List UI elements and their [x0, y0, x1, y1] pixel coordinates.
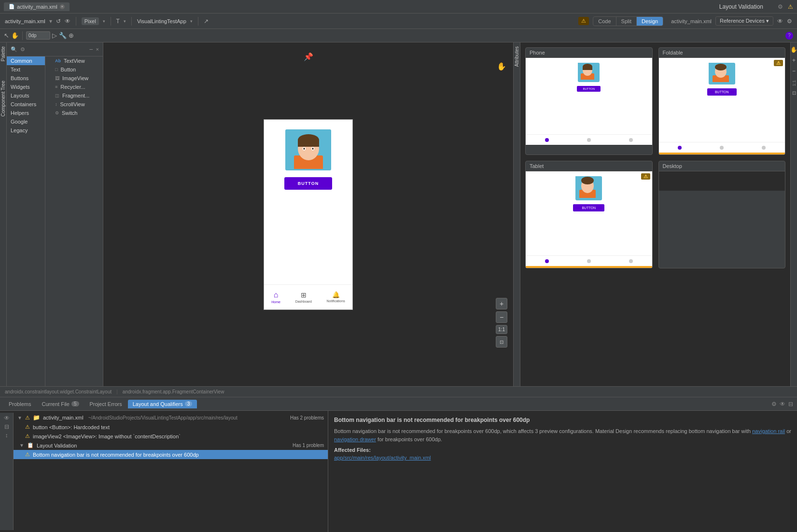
file-name-label[interactable]: activity_main.xml: [5, 18, 45, 24]
palette-item-imageview[interactable]: 🖼 ImageView: [45, 74, 103, 83]
device-card-tablet: Tablet ⚠ BUTTON: [525, 161, 653, 268]
foldable-border: [659, 153, 785, 154]
home-icon: ⌂: [274, 291, 279, 299]
warning-badge: ⚠: [788, 3, 793, 10]
affected-file-link[interactable]: app/src/main/res/layout/activity_main.xm…: [334, 455, 791, 461]
canvas-toolbar: ↖ ✋ ▷ 🔧 ⊕ ?: [0, 29, 797, 42]
navigation-rail-link[interactable]: navigation rail: [752, 428, 785, 434]
category-layouts[interactable]: Layouts: [7, 91, 45, 100]
pan-mode-btn[interactable]: ✋: [11, 32, 19, 39]
recyclerview-icon: ≡: [55, 84, 57, 89]
device-selector[interactable]: Pixel: [82, 17, 99, 25]
select-mode-btn[interactable]: ↖: [4, 32, 9, 39]
app-selector[interactable]: VisualLintingTestApp: [137, 18, 186, 24]
palette-close-icon[interactable]: ×: [96, 46, 99, 52]
offset-input[interactable]: [26, 31, 50, 40]
ref-devices-area: Phone BUTTON: [520, 42, 790, 386]
palette-vertical-tab[interactable]: Palette: [0, 46, 6, 61]
issue-section-lv[interactable]: ▼ 📋 Layout Validation Has 1 problem: [14, 441, 328, 450]
palette-item-switch[interactable]: ⚙ Switch: [45, 109, 103, 117]
file-tab[interactable]: 📄 activity_main.xml ×: [4, 2, 70, 11]
palette-item-textview[interactable]: Ab TextView: [45, 56, 103, 65]
rhs-fit-icon[interactable]: ⊡: [792, 90, 796, 96]
layout-validation-panel: Phone BUTTON: [520, 42, 790, 386]
tab-layout-qualifiers[interactable]: Layout and Qualifiers 3: [128, 400, 197, 408]
detail-panel: Bottom navigation bar is not recommended…: [328, 411, 797, 532]
close-tab-button[interactable]: ×: [60, 4, 65, 9]
issue-file-row[interactable]: ▼ ⚠ 📁 activity_main.xml ~/AndroidStudioP…: [14, 413, 328, 422]
palette-search-icon[interactable]: 🔍: [11, 46, 17, 53]
category-text[interactable]: Text: [7, 65, 45, 74]
settings-icon[interactable]: ⚙: [778, 3, 783, 10]
tab-code[interactable]: Code: [593, 17, 616, 26]
eye-ref-icon[interactable]: 👁: [777, 18, 783, 25]
toolbar-btn-refresh[interactable]: ↺: [56, 18, 61, 25]
viewport-btn[interactable]: ⊕: [69, 32, 74, 39]
category-legacy[interactable]: Legacy: [7, 126, 45, 135]
zoom-in-button[interactable]: +: [496, 298, 507, 309]
fit-screen-button[interactable]: ⊡: [496, 336, 507, 348]
animate-btn[interactable]: ▷: [52, 32, 57, 39]
nav-dashboard[interactable]: ⊞ Dashboard: [295, 291, 312, 303]
bp-tab-actions: ⚙ 👁 ⊟: [771, 401, 793, 407]
side-icon-eye[interactable]: 👁: [4, 415, 10, 421]
issue-item-hardcoded[interactable]: ⚠ button <Button>: Hardcoded text: [14, 422, 328, 432]
bp-filter-icon[interactable]: ⊟: [788, 401, 793, 407]
tab-design[interactable]: Design: [637, 17, 663, 26]
bp-settings-icon[interactable]: ⚙: [771, 401, 777, 407]
category-google[interactable]: Google: [7, 117, 45, 126]
nav-home[interactable]: ⌂ Home: [271, 291, 280, 304]
palette-item-scrollview[interactable]: ↕ ScrollView: [45, 100, 103, 109]
category-widgets[interactable]: Widgets: [7, 83, 45, 91]
tab-project-errors[interactable]: Project Errors: [85, 400, 127, 408]
attributes-vertical-tab[interactable]: Attributes: [514, 46, 519, 67]
editor-tab-bar: activity_main.xml ▾ ↺ 👁 Pixel ▾ T ▾ Visu…: [0, 14, 797, 29]
settings-ref-icon[interactable]: ⚙: [787, 18, 792, 25]
tablet-nav-dot-1: [545, 259, 549, 263]
tab-split[interactable]: Split: [616, 17, 637, 26]
device-card-phone-body: BUTTON: [526, 58, 652, 145]
issue-file-path: ~/AndroidStudioProjects/VisualLintingTes…: [88, 415, 238, 420]
zoom-ratio-display[interactable]: 1:1: [496, 325, 507, 334]
editor-tabs: activity_main.xml ▾ ↺ 👁 Pixel ▾ T ▾ Visu…: [0, 17, 213, 26]
category-buttons[interactable]: Buttons: [7, 74, 45, 83]
hand-tool-icon[interactable]: ✋: [497, 62, 506, 70]
tab-problems[interactable]: Problems: [4, 400, 36, 408]
chevron-text: ▾: [124, 19, 126, 24]
palette-item-button[interactable]: □ Button: [45, 65, 103, 74]
nav-notifications[interactable]: 🔔 Notifications: [327, 291, 345, 303]
bp-eye-icon[interactable]: 👁: [780, 401, 785, 407]
tools-btn[interactable]: 🔧: [59, 32, 67, 39]
rhs-hand-icon[interactable]: ✋: [790, 46, 797, 53]
file-expand-icon: ▼: [17, 415, 22, 420]
palette-item-fragment[interactable]: ◫ Fragment...: [45, 91, 103, 100]
navigation-drawer-link[interactable]: navigation drawer: [334, 436, 376, 442]
side-icon-arrow[interactable]: ↕: [5, 432, 8, 439]
category-helpers[interactable]: Helpers: [7, 109, 45, 117]
palette-item-recyclerview[interactable]: ≡ Recycler...: [45, 83, 103, 91]
palette-minus-icon[interactable]: −: [89, 45, 93, 53]
palette-settings-icon[interactable]: ⚙: [20, 46, 25, 53]
component-tree-vertical-tab[interactable]: Component Tree: [0, 81, 6, 117]
arrow-expand-icon[interactable]: ↗: [204, 18, 209, 25]
issue-item-selected[interactable]: ⚠ Bottom navigation bar is not recommend…: [14, 450, 328, 459]
canvas-button-widget: BUTTON: [284, 177, 332, 190]
help-btn[interactable]: ?: [785, 32, 793, 40]
canvas-viewport[interactable]: 📌: [103, 42, 513, 386]
issue-item-contentdesc[interactable]: ⚠ imageView2 <ImageView>: Image without …: [14, 432, 328, 441]
ref-devices-btn[interactable]: Reference Devices ▾: [715, 16, 773, 26]
palette-items-list: Ab TextView □ Button 🖼 ImageView ≡ Recyc…: [45, 56, 103, 386]
category-containers[interactable]: Containers: [7, 100, 45, 109]
side-icon-filter[interactable]: ⊟: [4, 423, 9, 430]
rhs-plus-icon[interactable]: +: [792, 57, 796, 64]
warn-icon-2: ⚠: [25, 433, 30, 439]
category-common[interactable]: Common: [7, 56, 45, 65]
desktop-label: Desktop: [663, 163, 682, 169]
text-scale-btn[interactable]: T: [116, 18, 120, 25]
tab-current-file[interactable]: Current File 5: [37, 400, 84, 408]
bottom-panel-tabs: Problems Current File 5 Project Errors L…: [0, 397, 797, 411]
zoom-out-button[interactable]: −: [496, 311, 507, 323]
rhs-minus-icon[interactable]: −: [792, 68, 796, 74]
toolbar-btn-eye[interactable]: 👁: [65, 18, 70, 25]
file-tab-icon: 📄: [9, 4, 14, 9]
